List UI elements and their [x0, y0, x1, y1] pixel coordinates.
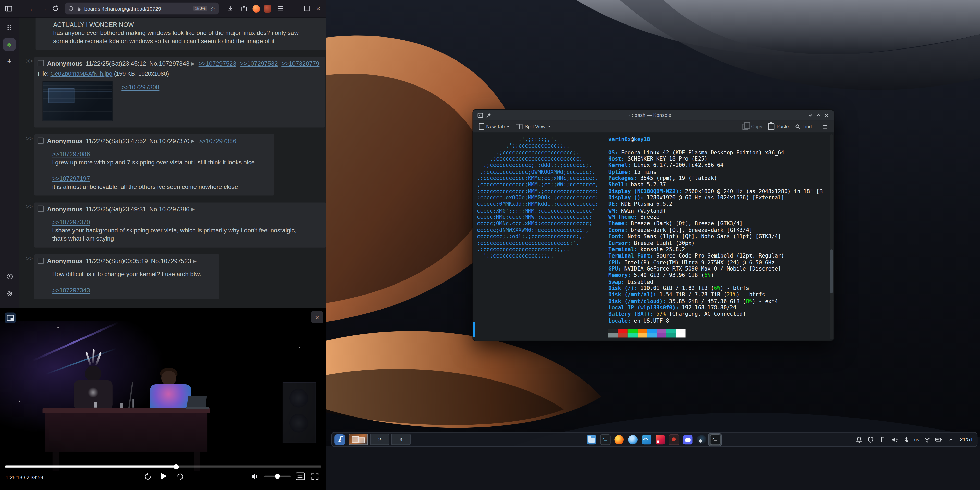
window-maximize-button[interactable] [302, 4, 311, 13]
url-text[interactable]: boards.4chan.org/g/thread/10729 [84, 5, 190, 11]
post-menu-arrow[interactable]: ▶ [193, 259, 196, 263]
url-bar[interactable]: boards.4chan.org/g/thread/10729 150% ☆ [65, 3, 219, 14]
download-icon[interactable] [225, 3, 235, 13]
volume-icon[interactable] [249, 471, 259, 481]
taskbar-app-firefox[interactable] [612, 433, 625, 445]
quotelink[interactable]: >>107297370 [52, 219, 90, 226]
poster-name: Anonymous [47, 258, 83, 264]
pip-icon[interactable] [5, 312, 16, 323]
virtual-desktop-2[interactable]: 2 [370, 434, 390, 445]
virtual-desktop-1[interactable]: 1 [349, 434, 368, 445]
bookmark-star-icon[interactable]: ☆ [210, 5, 216, 12]
post-menu-arrow[interactable]: ▶ [191, 61, 195, 65]
notification-bell-icon[interactable] [855, 435, 863, 444]
shield-icon[interactable] [68, 5, 74, 11]
tab-grid-icon[interactable] [3, 21, 16, 34]
paste-button[interactable]: Paste [765, 122, 792, 131]
video-close-button[interactable]: × [311, 311, 323, 323]
quotelink[interactable]: >>107297086 [52, 151, 90, 158]
post-number[interactable]: No.107297386 [149, 206, 189, 213]
extensions-puzzle-icon[interactable] [239, 3, 249, 13]
clock[interactable]: 21:51 [960, 436, 973, 442]
taskbar-app-discord[interactable] [681, 433, 694, 445]
expand-tray-caret-icon[interactable] [947, 435, 955, 444]
loop-icon[interactable] [175, 471, 185, 481]
window-minimize-button[interactable]: – [291, 4, 300, 13]
quotelink[interactable]: >>107297197 [52, 175, 90, 182]
taskbar-app-chromium[interactable] [626, 433, 639, 445]
post-checkbox[interactable] [38, 138, 44, 144]
find-button[interactable]: Find... [792, 123, 819, 130]
active-tab-favicon[interactable]: ♣ [3, 38, 16, 51]
backlink[interactable]: >>107320779 [282, 60, 319, 67]
pin-icon[interactable] [484, 111, 493, 119]
lock-icon[interactable] [76, 5, 82, 11]
post-checkbox[interactable] [38, 206, 44, 212]
volume-slider[interactable] [264, 475, 291, 477]
konsole-menu-button[interactable] [819, 122, 831, 131]
post-thumbnail[interactable] [43, 81, 113, 121]
subtitles-icon[interactable] [296, 473, 305, 480]
quotelink[interactable]: >>107297343 [52, 287, 90, 294]
minimize-button[interactable] [806, 111, 815, 119]
sidebar-toggle-icon[interactable] [4, 3, 14, 13]
taskbar-app-media-app[interactable] [668, 433, 680, 445]
rewind-10-icon[interactable] [142, 471, 152, 481]
close-button[interactable] [822, 111, 831, 119]
battery-icon[interactable] [935, 435, 943, 444]
taskbar-app-vscode[interactable] [640, 433, 652, 445]
video-progress-bar[interactable] [5, 466, 321, 467]
post-number[interactable]: No.107297370 [149, 138, 189, 145]
forward-button[interactable]: → [39, 3, 49, 13]
video-scrubber[interactable] [174, 464, 179, 469]
volume-knob[interactable] [275, 474, 280, 479]
profile-avatar[interactable] [252, 5, 260, 12]
bluetooth-icon[interactable] [902, 435, 911, 444]
post-menu-arrow[interactable]: ▶ [191, 139, 195, 143]
backlink[interactable]: >>107297523 [199, 60, 236, 67]
backlink[interactable]: >>107297386 [199, 138, 236, 145]
taskbar-app-terminal[interactable] [599, 433, 611, 445]
scrollbar-thumb[interactable] [830, 249, 833, 293]
reload-button[interactable] [50, 3, 60, 13]
virtual-desktop-3[interactable]: 3 [391, 434, 410, 445]
maximize-button[interactable] [815, 111, 822, 119]
addon-icon[interactable] [264, 5, 271, 12]
fullscreen-icon[interactable] [310, 471, 320, 481]
video-player[interactable]: × 1:26:13 / 2:38:59 [0, 308, 326, 490]
volume-icon[interactable] [891, 435, 899, 444]
post-number[interactable]: No.107297523 [151, 258, 191, 264]
taskbar-app-file-manager[interactable] [585, 433, 597, 445]
back-button[interactable]: ← [27, 3, 38, 13]
right-monitor: ~ : bash — Konsole New Tab Split View Co… [326, 0, 980, 490]
copy-button[interactable]: Copy [739, 122, 765, 131]
taskbar-app-steam[interactable] [695, 433, 708, 445]
quotelink[interactable]: >>107297308 [121, 84, 159, 91]
history-clock-icon[interactable] [3, 270, 16, 283]
post-checkbox[interactable] [38, 258, 44, 264]
new-tab-button[interactable]: New Tab [476, 122, 513, 131]
terminal-scrollbar[interactable] [830, 135, 833, 339]
split-view-button[interactable]: Split View [513, 123, 554, 130]
post-menu-arrow[interactable]: ▶ [191, 207, 195, 211]
backlink[interactable]: >>107297532 [240, 60, 278, 67]
taskbar-app-ide-red[interactable] [654, 433, 667, 445]
window-close-button[interactable]: × [313, 4, 322, 13]
terminal-area[interactable]: .',;::::;,'. .';:cccccccccccc:;,. .;cccc… [473, 133, 834, 341]
post-number[interactable]: No.107297343 [149, 60, 189, 67]
taskbar-app-konsole[interactable] [709, 433, 721, 445]
app-launcher-button[interactable]: f [334, 434, 345, 445]
play-button[interactable] [159, 471, 169, 481]
menu-hamburger-icon[interactable] [275, 3, 285, 13]
new-tab-button[interactable]: + [3, 55, 16, 68]
wifi-icon[interactable] [923, 435, 931, 444]
zoom-badge[interactable]: 150% [193, 6, 207, 11]
kdeconnect-phone-icon[interactable] [879, 435, 887, 444]
file-link[interactable]: Ge0Zp0maMAAfN-h.jpg [50, 71, 112, 77]
konsole-titlebar[interactable]: ~ : bash — Konsole [473, 110, 834, 121]
post-checkbox[interactable] [38, 60, 44, 66]
fastfetch-key: Kernel: [608, 162, 631, 168]
keyboard-layout-indicator[interactable]: us [914, 437, 919, 442]
security-shield-icon[interactable] [867, 435, 875, 444]
settings-gear-icon[interactable] [3, 287, 16, 299]
